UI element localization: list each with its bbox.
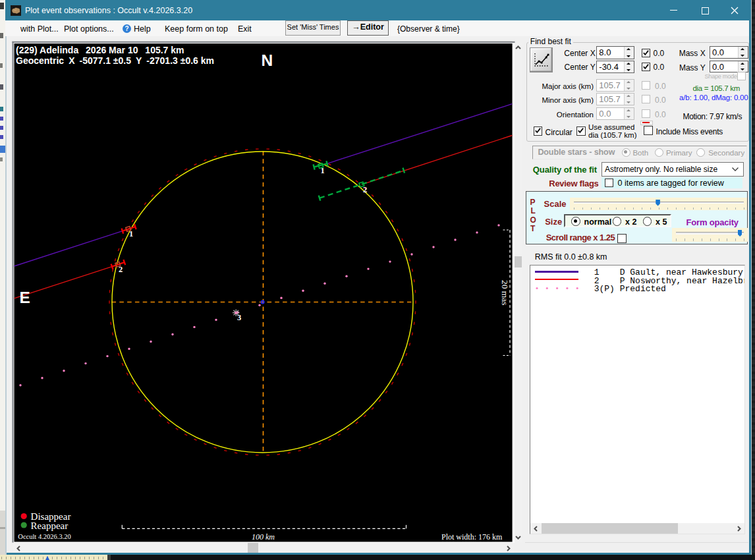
svg-text:Plot width: 176 km: Plot width: 176 km	[441, 532, 503, 542]
svg-text:20 mas: 20 mas	[500, 280, 510, 306]
svg-text:3: 3	[237, 313, 241, 322]
svg-text:2: 2	[119, 265, 123, 274]
svg-text:Geocentric X -5077.1 ±0.5 Y -2: Geocentric X -5077.1 ±0.5 Y -2701.3 ±0.6…	[16, 55, 214, 66]
svg-text:1: 1	[129, 229, 133, 238]
svg-text:1: 1	[321, 166, 325, 175]
svg-text:Reappear: Reappear	[31, 520, 69, 531]
svg-text:E: E	[20, 289, 30, 306]
svg-text:Occult 4.2026.3.20: Occult 4.2026.3.20	[18, 533, 71, 540]
svg-text:2: 2	[363, 185, 367, 194]
svg-text:(229) Adelinda 2026 Mar 10: (229) Adelinda 2026 Mar 10 105.7 km	[16, 45, 184, 55]
svg-text:N: N	[262, 51, 273, 69]
svg-text:100 km: 100 km	[252, 532, 275, 542]
